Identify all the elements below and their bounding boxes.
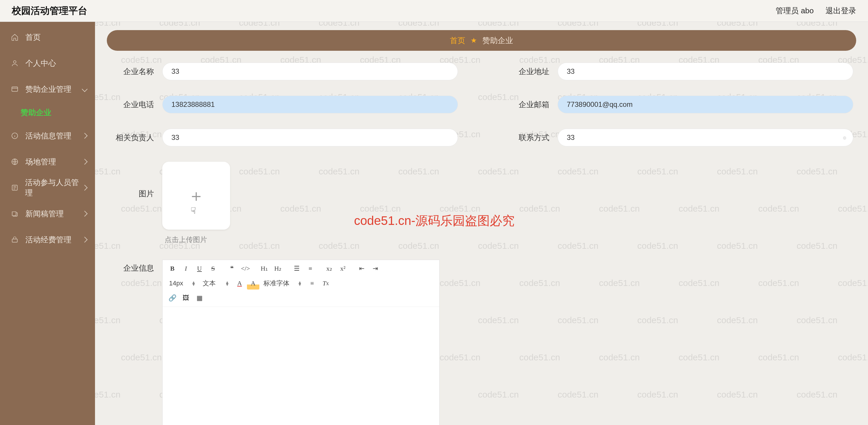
svg-rect-1	[12, 87, 18, 91]
code-button[interactable]: </>	[239, 262, 252, 275]
rich-text-editor: B I U S ❝ </> H₁ H₂ ☰ ≡ x₂	[162, 260, 440, 425]
upload-box[interactable]: ＋ ☟	[162, 162, 230, 230]
current-user-label[interactable]: 管理员 abo	[776, 6, 814, 16]
editor-body[interactable]	[162, 307, 439, 425]
sidebar-item-label: 活动经费管理	[25, 235, 71, 245]
sidebar-sub-sponsor[interactable]: 赞助企业	[0, 102, 95, 123]
home-icon	[11, 33, 19, 41]
sidebar-item-venue[interactable]: 场地管理	[0, 149, 95, 175]
sidebar-item-label: 新闻稿管理	[25, 209, 64, 219]
info-icon	[11, 132, 19, 140]
svg-rect-5	[12, 239, 17, 242]
label-company-tel: 企业电话	[110, 99, 154, 110]
breadcrumb: 首页 ★ 赞助企业	[107, 30, 856, 51]
label-company-name: 企业名称	[110, 66, 154, 77]
people-icon	[11, 184, 19, 192]
bg-color-button[interactable]: A	[247, 277, 259, 290]
subscript-button[interactable]: x₂	[323, 262, 336, 275]
sidebar-item-profile[interactable]: 个人中心	[0, 50, 95, 76]
sidebar-item-funds[interactable]: 活动经费管理	[0, 227, 95, 253]
sidebar-item-activity-info[interactable]: 活动信息管理	[0, 123, 95, 149]
sidebar-item-label: 场地管理	[25, 157, 56, 167]
bold-button[interactable]: B	[166, 262, 179, 275]
input-company-tel[interactable]	[162, 96, 458, 113]
input-company-addr[interactable]	[558, 63, 853, 80]
font-size-select[interactable]: 14px▲▼	[166, 277, 198, 290]
venue-icon	[11, 158, 19, 166]
sidebar-item-sponsor-mgmt[interactable]: 赞助企业管理	[0, 76, 95, 102]
target-icon: ◎	[843, 135, 846, 140]
sidebar-item-press[interactable]: 新闻稿管理	[0, 201, 95, 227]
app-brand: 校园活动管理平台	[12, 4, 87, 18]
label-image: 图片	[110, 162, 154, 199]
row-company-mail: 企业邮箱	[505, 96, 853, 113]
label-person: 相关负责人	[110, 132, 154, 143]
h1-button[interactable]: H₁	[258, 262, 271, 275]
italic-button[interactable]: I	[180, 262, 192, 275]
svg-point-0	[13, 61, 16, 63]
star-icon: ★	[471, 36, 477, 44]
row-company-name: 企业名称	[110, 63, 458, 80]
news-icon	[11, 210, 19, 218]
row-info: 企业信息 B I U S ❝ </> H₁ H₂ ☰	[110, 260, 853, 425]
text-style-select[interactable]: 文本▲▼	[200, 277, 232, 290]
row-person: 相关负责人	[110, 129, 458, 146]
clear-format-button[interactable]: Tx	[319, 277, 332, 290]
input-company-name[interactable]	[162, 63, 458, 80]
breadcrumb-current: 赞助企业	[483, 35, 513, 46]
sidebar-item-participants[interactable]: 活动参与人员管理	[0, 175, 95, 201]
editor-toolbar: B I U S ❝ </> H₁ H₂ ☰ ≡ x₂	[162, 260, 439, 307]
sidebar-item-label: 个人中心	[25, 58, 56, 68]
row-image: 图片 ＋ ☟ 点击上传图片	[110, 162, 853, 244]
sidebar-item-label: 赞助企业管理	[25, 84, 71, 94]
user-icon	[11, 59, 19, 67]
sidebar-item-label: 首页	[25, 32, 41, 42]
video-button[interactable]: ▦	[193, 292, 206, 304]
sidebar-item-home[interactable]: 首页	[0, 24, 95, 50]
upload-hint: 点击上传图片	[162, 235, 230, 244]
indent-button[interactable]: ⇥	[369, 262, 381, 275]
sponsor-icon	[11, 85, 19, 93]
label-contact: 联系方式	[505, 132, 549, 143]
row-contact: 联系方式 ◎	[505, 129, 853, 146]
superscript-button[interactable]: x²	[337, 262, 349, 275]
strike-button[interactable]: S	[207, 262, 219, 275]
outdent-button[interactable]: ⇤	[355, 262, 368, 275]
label-company-addr: 企业地址	[505, 66, 549, 77]
logout-link[interactable]: 退出登录	[826, 6, 856, 16]
header-right: 管理员 abo 退出登录	[776, 6, 856, 16]
main-content: 首页 ★ 赞助企业 企业名称 企业地址 企业电话 企业邮箱 相关负责人 联系方式	[95, 22, 868, 425]
quote-button[interactable]: ❝	[226, 262, 238, 275]
underline-button[interactable]: U	[193, 262, 206, 275]
link-button[interactable]: 🔗	[166, 292, 179, 304]
breadcrumb-home[interactable]: 首页	[450, 35, 465, 46]
font-color-button[interactable]: A	[234, 277, 246, 290]
sidebar-item-label: 活动参与人员管理	[25, 177, 84, 198]
funds-icon	[11, 236, 19, 244]
cursor-hand-icon: ☟	[191, 205, 196, 216]
label-company-mail: 企业邮箱	[505, 99, 549, 110]
image-button[interactable]: 🖼	[180, 292, 192, 304]
h2-button[interactable]: H₂	[272, 262, 284, 275]
ordered-list-button[interactable]: ☰	[290, 262, 303, 275]
sidebar: 首页 个人中心 赞助企业管理 赞助企业 活动信息管理 场地管理 活动参与人员管理…	[0, 22, 95, 425]
input-company-mail[interactable]	[558, 96, 853, 113]
plus-icon: ＋	[188, 187, 205, 204]
app-header: 校园活动管理平台 管理员 abo 退出登录	[0, 0, 868, 22]
unordered-list-button[interactable]: ≡	[304, 262, 317, 275]
input-person[interactable]	[162, 129, 458, 146]
input-contact[interactable]	[558, 129, 853, 146]
row-company-tel: 企业电话	[110, 96, 458, 113]
align-button[interactable]: ≡	[306, 277, 318, 290]
sidebar-item-label: 活动信息管理	[25, 131, 71, 141]
row-company-addr: 企业地址	[505, 63, 853, 80]
font-family-select[interactable]: 标准字体▲▼	[260, 277, 305, 290]
form-grid: 企业名称 企业地址 企业电话 企业邮箱 相关负责人 联系方式 ◎ 图片	[107, 63, 856, 425]
label-info: 企业信息	[110, 260, 154, 273]
